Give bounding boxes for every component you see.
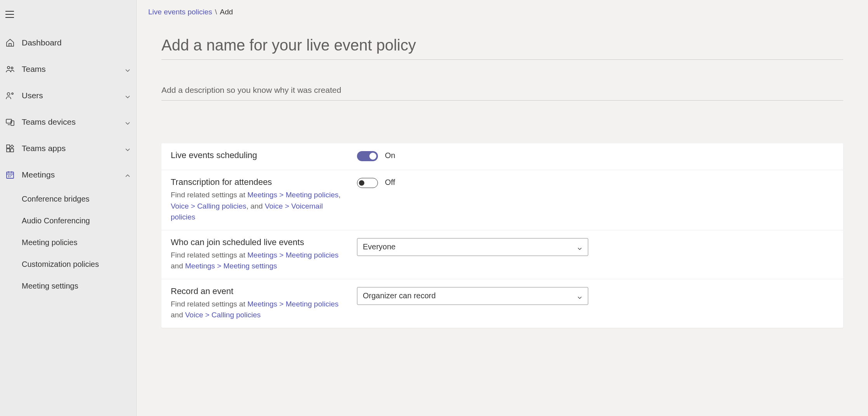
sidebar-item-label: Teams apps <box>22 144 125 153</box>
people-icon <box>5 64 15 74</box>
toggle-state-label: Off <box>385 178 395 187</box>
record-event-select[interactable]: Organizer can record <box>357 287 588 305</box>
setting-row-who-can-join: Who can join scheduled live events Find … <box>161 230 843 279</box>
sidebar-sub-audio-conferencing[interactable]: Audio Conferencing <box>22 210 136 231</box>
calendar-icon <box>5 170 15 179</box>
sidebar-sub-meeting-policies[interactable]: Meeting policies <box>22 231 136 253</box>
link-meeting-settings[interactable]: Meetings > Meeting settings <box>185 262 277 270</box>
settings-card: Live events scheduling On Transcription … <box>161 143 843 328</box>
sidebar-sub-items-meetings: Conference bridges Audio Conferencing Me… <box>0 188 136 297</box>
svg-rect-6 <box>7 145 10 148</box>
svg-point-3 <box>12 93 13 94</box>
setting-title: Who can join scheduled live events <box>171 237 349 247</box>
chevron-down-icon <box>577 293 582 299</box>
chevron-down-icon <box>125 92 131 99</box>
sidebar: Dashboard Teams Users Teams devices T <box>0 0 137 416</box>
sidebar-item-teams-devices[interactable]: Teams devices <box>0 109 136 135</box>
transcription-toggle[interactable] <box>357 178 378 188</box>
svg-point-0 <box>7 66 10 69</box>
sidebar-sub-label: Meeting settings <box>22 282 78 291</box>
sidebar-sub-meeting-settings[interactable]: Meeting settings <box>22 275 136 297</box>
sidebar-item-label: Teams <box>22 64 125 74</box>
link-calling-policies[interactable]: Voice > Calling policies <box>171 202 246 210</box>
svg-rect-7 <box>10 149 14 152</box>
setting-title: Transcription for attendees <box>171 177 349 187</box>
sidebar-item-teams-apps[interactable]: Teams apps <box>0 135 136 162</box>
apps-icon <box>5 144 15 153</box>
sidebar-item-label: Users <box>22 91 125 100</box>
link-meeting-policies[interactable]: Meetings > Meeting policies <box>248 191 339 199</box>
chevron-down-icon <box>125 119 131 125</box>
select-value: Everyone <box>363 242 396 251</box>
setting-help-text: Find related settings at Meetings > Meet… <box>171 250 349 272</box>
policy-description-input[interactable] <box>161 84 843 101</box>
sidebar-item-dashboard[interactable]: Dashboard <box>0 30 136 56</box>
sidebar-item-teams[interactable]: Teams <box>0 56 136 82</box>
chevron-up-icon <box>125 172 131 178</box>
policy-name-input[interactable] <box>161 35 843 60</box>
breadcrumb-parent-link[interactable]: Live events policies <box>148 8 212 16</box>
live-events-scheduling-toggle[interactable] <box>357 151 378 161</box>
devices-icon <box>5 117 15 127</box>
sidebar-item-users[interactable]: Users <box>0 82 136 109</box>
setting-help-text: Find related settings at Meetings > Meet… <box>171 190 349 223</box>
sidebar-sub-label: Conference bridges <box>22 195 90 204</box>
sidebar-item-label: Teams devices <box>22 117 125 127</box>
link-calling-policies[interactable]: Voice > Calling policies <box>185 311 261 319</box>
select-value: Organizer can record <box>363 291 436 300</box>
setting-help-text: Find related settings at Meetings > Meet… <box>171 299 349 321</box>
setting-row-record-event: Record an event Find related settings at… <box>161 279 843 328</box>
toggle-state-label: On <box>385 151 395 160</box>
user-icon <box>5 91 15 100</box>
who-can-join-select[interactable]: Everyone <box>357 238 588 256</box>
setting-row-transcription: Transcription for attendees Find related… <box>161 170 843 230</box>
chevron-down-icon <box>125 145 131 151</box>
content: Live events scheduling On Transcription … <box>137 24 868 416</box>
link-meeting-policies[interactable]: Meetings > Meeting policies <box>248 300 339 308</box>
sidebar-sub-customization-policies[interactable]: Customization policies <box>22 253 136 275</box>
sidebar-item-label: Dashboard <box>22 38 131 47</box>
sidebar-item-meetings[interactable]: Meetings <box>0 162 136 188</box>
setting-title: Record an event <box>171 286 349 296</box>
sidebar-sub-label: Customization policies <box>22 260 99 269</box>
home-icon <box>5 38 15 47</box>
setting-row-live-events-scheduling: Live events scheduling On <box>161 143 843 170</box>
chevron-down-icon <box>125 66 131 72</box>
sidebar-sub-label: Meeting policies <box>22 238 77 247</box>
sidebar-sub-label: Audio Conferencing <box>22 216 90 225</box>
hamburger-menu-button[interactable] <box>5 11 14 18</box>
breadcrumb: Live events policies \ Add <box>137 0 868 24</box>
breadcrumb-separator: \ <box>215 8 219 16</box>
sidebar-sub-conference-bridges[interactable]: Conference bridges <box>22 188 136 210</box>
link-meeting-policies[interactable]: Meetings > Meeting policies <box>248 251 339 259</box>
svg-point-1 <box>11 67 13 69</box>
setting-title: Live events scheduling <box>171 150 349 160</box>
svg-rect-8 <box>7 149 10 152</box>
sidebar-item-label: Meetings <box>22 170 125 179</box>
svg-rect-9 <box>7 172 14 178</box>
main: Live events policies \ Add Live events s… <box>137 0 868 416</box>
breadcrumb-current: Add <box>220 8 233 16</box>
svg-point-2 <box>7 93 10 96</box>
chevron-down-icon <box>577 244 582 250</box>
